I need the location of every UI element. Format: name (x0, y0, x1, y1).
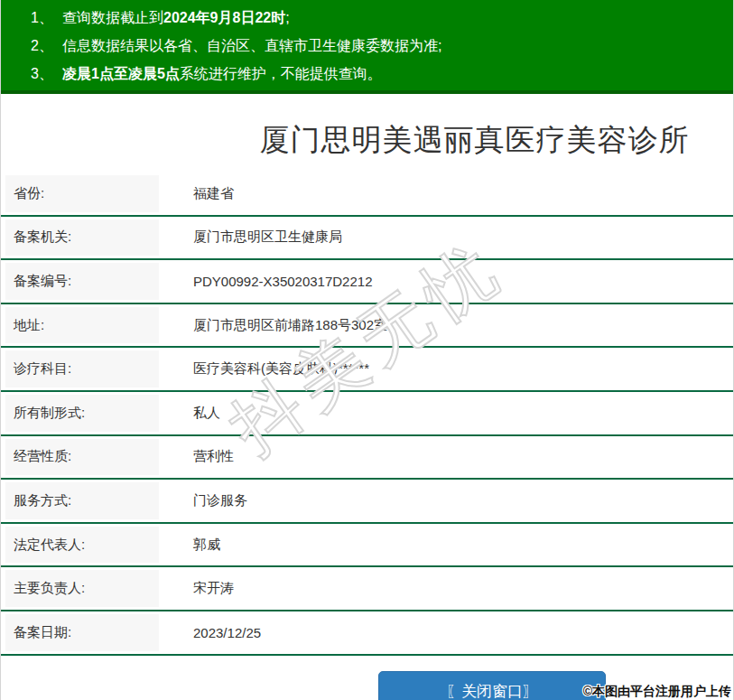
row-label: 诊疗科目: (5, 350, 159, 387)
row-label: 主要负责人: (5, 570, 159, 607)
notice-line-number: 2、 (31, 32, 62, 60)
notice-line-text: 查询数据截止到 (62, 10, 163, 25)
row-value: 医疗美容科(美容皮肤科)****** (159, 348, 733, 390)
row-label: 地址: (5, 307, 159, 344)
notice-line-tail: ; (285, 10, 289, 25)
row-label: 备案编号: (5, 263, 159, 300)
row-value: 门诊服务 (159, 480, 733, 522)
row-value: PDY00992-X35020317D2212 (159, 260, 733, 303)
row-value: 郭威 (159, 524, 733, 566)
table-row-business-nature: 经营性质: 营利性 (1, 436, 733, 481)
row-value: 福建省 (159, 173, 733, 215)
close-window-button[interactable]: 〖关闭窗口〗 (378, 671, 606, 700)
row-label: 经营性质: (5, 439, 159, 476)
row-label: 备案日期: (5, 614, 159, 651)
table-row-medical-subjects: 诊疗科目: 医疗美容科(美容皮肤科)****** (1, 348, 733, 392)
notice-line: 3、凌晨1点至凌晨5点系统进行维护，不能提供查询。 (31, 60, 724, 88)
row-value: 厦门市思明区前埔路188号302室 (159, 304, 733, 347)
notice-line-tail: 系统进行维护，不能提供查询。 (180, 66, 382, 81)
row-label: 备案机关: (5, 219, 159, 257)
notice-line-number: 1、 (31, 4, 62, 32)
table-row-service-mode: 服务方式: 门诊服务 (1, 480, 733, 524)
row-value: 宋开涛 (159, 567, 733, 610)
copyright-note: ©本图由平台注册用户上传 (583, 684, 731, 700)
row-value: 私人 (159, 392, 733, 434)
row-label: 所有制形式: (5, 395, 159, 432)
table-row-address: 地址: 厦门市思明区前埔路188号302室 (1, 304, 733, 349)
notice-line-text: 信息数据结果以各省、自治区、直辖市卫生健康委数据为准; (62, 38, 441, 53)
backup-record-page: 1、查询数据截止到2024年9月8日22时; 2、信息数据结果以各省、自治区、直… (0, 0, 734, 700)
notice-line-bold: 凌晨1点至凌晨5点 (62, 66, 180, 81)
table-row-legal-representative: 法定代表人: 郭威 (1, 524, 733, 568)
table-row-person-in-charge: 主要负责人: 宋开涛 (1, 567, 733, 611)
row-label: 法定代表人: (5, 527, 159, 564)
table-row-filing-number: 备案编号: PDY00992-X35020317D2212 (1, 260, 733, 304)
notice-line-bold: 2024年9月8日22时 (163, 10, 285, 25)
row-value: 厦门市思明区卫生健康局 (159, 217, 733, 259)
table-row-ownership: 所有制形式: 私人 (1, 392, 733, 436)
table-row-filing-authority: 备案机关: 厦门市思明区卫生健康局 (1, 217, 733, 261)
table-row-province: 省份: 福建省 (1, 173, 733, 217)
row-value: 营利性 (159, 436, 733, 479)
detail-table: 省份: 福建省 备案机关: 厦门市思明区卫生健康局 备案编号: PDY00992… (1, 173, 733, 656)
page-title: 厦门思明美遇丽真医疗美容诊所 (1, 119, 733, 161)
row-label: 服务方式: (5, 482, 159, 519)
row-label: 省份: (5, 175, 159, 212)
notice-line: 1、查询数据截止到2024年9月8日22时; (31, 4, 724, 32)
notice-banner: 1、查询数据截止到2024年9月8日22时; 2、信息数据结果以各省、自治区、直… (1, 0, 733, 94)
notice-line: 2、信息数据结果以各省、自治区、直辖市卫生健康委数据为准; (31, 32, 724, 60)
table-row-filing-date: 备案日期: 2023/12/25 (1, 611, 733, 656)
notice-line-number: 3、 (31, 60, 62, 88)
row-value: 2023/12/25 (159, 611, 733, 654)
